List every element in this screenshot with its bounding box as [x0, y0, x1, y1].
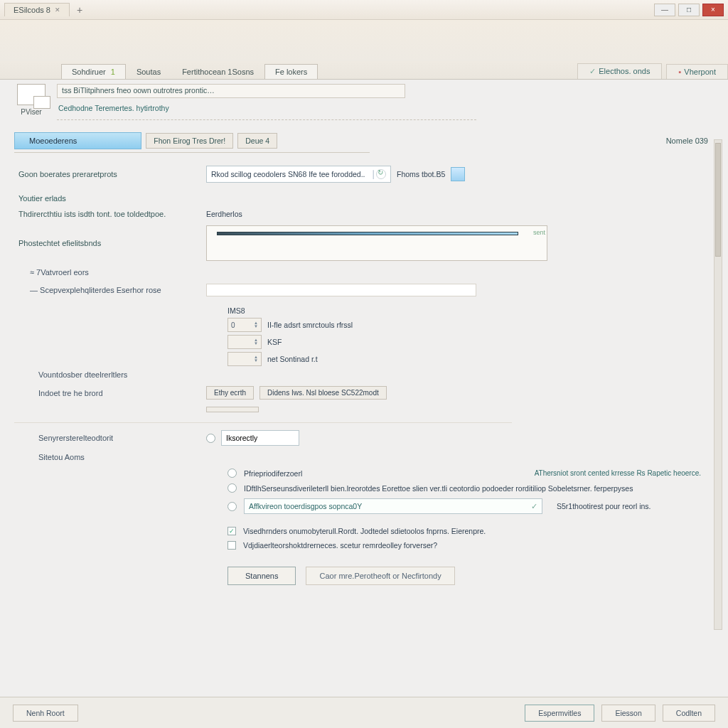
- chip-2[interactable]: Didens Iws. Nsl bloese SC522modt: [259, 386, 387, 400]
- scrollbar-thumb[interactable]: [715, 143, 721, 257]
- label-indent: Indoet tre he brord: [14, 389, 206, 397]
- titlebar: ESilcods 8 ✕ + — □ ×: [0, 0, 728, 20]
- ims-num-2[interactable]: ▲▼: [228, 335, 262, 349]
- opt1-text: Pfriepriodiferzoerl: [244, 469, 302, 478]
- footer-left-button[interactable]: Nenh Roort: [13, 705, 78, 722]
- ribbon-tab-2[interactable]: Soutas: [126, 64, 171, 79]
- ribbon-right-tab-1[interactable]: ✓Electhos. onds: [577, 63, 662, 79]
- refresh-icon[interactable]: [376, 169, 386, 179]
- device-label: PViser: [16, 108, 47, 116]
- scope-input[interactable]: [206, 284, 476, 296]
- ribbon-right-tab-2[interactable]: ▪Vherpont: [666, 64, 728, 79]
- preset-combo[interactable]: Rkod scillog ceodolers SN68 Ife tee foro…: [206, 166, 391, 183]
- ims-label-3: net Sontinad r.t: [267, 355, 318, 363]
- new-tab-button[interactable]: +: [70, 4, 90, 16]
- ims-group: IMS8 0▲▼ II-fle adsrt smrctouls rfrssl ▲…: [228, 306, 526, 366]
- section-tab-active[interactable]: Moeoederens: [14, 132, 141, 149]
- preset-add-button[interactable]: [451, 167, 465, 181]
- ribbon-spacer: [0, 20, 728, 61]
- maximize-button[interactable]: □: [678, 4, 700, 16]
- divider: [57, 119, 476, 120]
- ims-label-1: II-fle adsrt smrctouls rfrssl: [267, 321, 353, 329]
- radio-opt3[interactable]: [228, 502, 237, 511]
- preset-aux-label: Fhoms tbot.B5: [397, 170, 445, 178]
- opt3-note: S5r1thootirest pour reorl ins.: [557, 502, 651, 510]
- label-tailored: ≈ 7Vatvroerl eors: [14, 268, 206, 277]
- preview-tag: sent: [533, 229, 545, 236]
- label-stages: Sitetou Aoms: [14, 453, 206, 461]
- path-field[interactable]: tss BiTlitpihners fneo oown outrotres pr…: [57, 84, 405, 98]
- ims-group-title: IMS8: [228, 306, 526, 315]
- footer-button-1[interactable]: Espermvitles: [525, 705, 594, 722]
- chk1-text: Visedhrnders onumobyterull.Rordt. Jodted…: [243, 527, 486, 535]
- main-panel: Moeoederens Fhon Eirog Tres Drer! Deue 4…: [14, 132, 715, 690]
- close-tab-icon[interactable]: ✕: [55, 6, 60, 14]
- ribbon-tabs: Sohdiruer 1 Soutas Fertithocean 1Sosns F…: [0, 61, 728, 80]
- ims-num-3[interactable]: ▲▼: [228, 352, 262, 366]
- ribbon-tab-3[interactable]: Fertithocean 1Sosns: [171, 64, 264, 79]
- subheader: PViser tss BiTlitpihners fneo oown outro…: [0, 80, 728, 120]
- device-icon[interactable]: [17, 84, 46, 105]
- minimize-button[interactable]: —: [654, 4, 675, 16]
- window-tab-title: ESilcods 8: [14, 6, 50, 14]
- checkbox-2[interactable]: [228, 541, 236, 550]
- close-window-button[interactable]: ×: [702, 4, 724, 16]
- ribbon-tab-4[interactable]: Fe lokers: [264, 64, 318, 79]
- chip-1[interactable]: Ethy ecrth: [206, 386, 254, 400]
- path-subtitle: Cedhodne Teremertes. hytirtrothy: [57, 104, 728, 112]
- checkbox-1[interactable]: ✓: [228, 527, 236, 535]
- label-thirdparty: Thdirercthtiu ists isdth tont. toe tolde…: [14, 210, 206, 218]
- opt3-field[interactable]: Affkvireon tooerdisgpos sopnca0Y ✓: [244, 498, 542, 514]
- label-presets: Goon boerates preraretprots: [14, 170, 206, 178]
- ims-label-2: KSF: [267, 338, 282, 346]
- progress-bar: [217, 232, 518, 235]
- footer: Nenh Roort Espermvitles Eiesson Codlten: [0, 697, 728, 728]
- section-button-2[interactable]: Deue 4: [237, 133, 277, 149]
- label-scope: — Scepvexplehqliterdes Eserhor rose: [14, 286, 206, 294]
- separate-field[interactable]: [221, 430, 299, 446]
- footer-button-2[interactable]: Eiesson: [601, 705, 655, 722]
- opt2-text: IDftlhSerseunsdiverileterll bien.lreorot…: [244, 484, 633, 493]
- label-separate: Senyrersterelteodtorit: [14, 434, 206, 442]
- description-preview[interactable]: sent: [206, 225, 547, 261]
- radio-opt2[interactable]: [228, 483, 237, 493]
- section-right-label: Nomele 039: [666, 136, 715, 145]
- divider-2: [14, 422, 512, 423]
- label-vendor: Vountdosber dteelrerltlers: [14, 370, 206, 379]
- apply-button[interactable]: Stannens: [228, 567, 296, 585]
- section-underline: [14, 152, 370, 153]
- window-tab[interactable]: ESilcods 8 ✕: [4, 3, 70, 16]
- label-variables: Youtier erlads: [18, 194, 715, 203]
- chip-blank[interactable]: [206, 407, 259, 412]
- label-protected: Phostechtet efielitsbnds: [14, 239, 206, 247]
- ribbon-tab-1[interactable]: Sohdiruer 1: [61, 64, 126, 79]
- chk2-text: Vdjdiaerlteorshoktdrerneces. scetur remr…: [243, 541, 437, 550]
- footer-button-3[interactable]: Codlten: [663, 705, 715, 722]
- opt1-note: AThersniot sront cented krresse Rs Rapet…: [535, 469, 715, 477]
- reset-button[interactable]: Caor mre.Perotheoft or Necfirtondy: [306, 567, 454, 585]
- ims-num-1[interactable]: 0▲▼: [228, 318, 262, 332]
- section-button-1[interactable]: Fhon Eirog Tres Drer!: [146, 133, 233, 149]
- radio-opt1[interactable]: [228, 469, 237, 478]
- heading-description: Eerdherlos: [206, 210, 242, 218]
- check-icon: ✓: [531, 502, 537, 510]
- radio-separate[interactable]: [206, 434, 215, 443]
